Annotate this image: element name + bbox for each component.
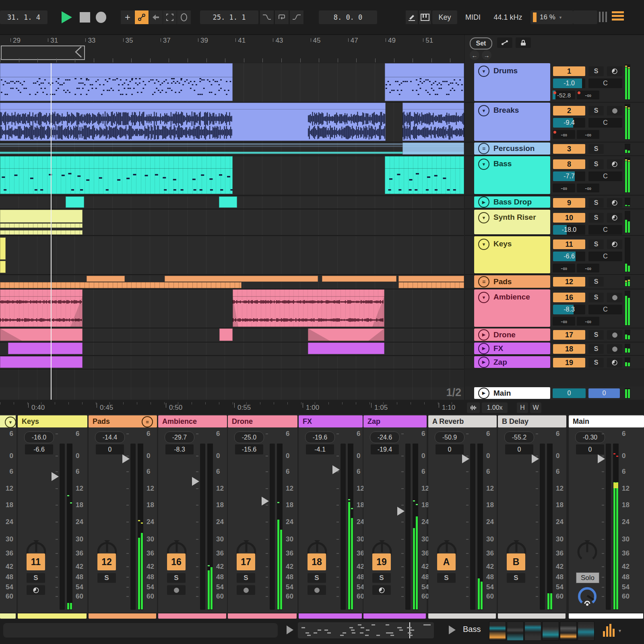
channel-solo-button[interactable]: S	[372, 573, 391, 583]
channel-number-box[interactable]: 18	[308, 553, 326, 570]
track-header-main[interactable]: ▶Main	[474, 387, 550, 399]
device-thumbnail[interactable]	[507, 621, 524, 641]
channel-header[interactable]: Zap	[363, 415, 427, 427]
solo-button[interactable]: S	[588, 213, 604, 223]
device-play-button[interactable]	[449, 625, 456, 634]
track-volume-box[interactable]: -9.4	[553, 118, 585, 128]
channel-header[interactable]: Drone	[228, 415, 297, 427]
volume-fader-track[interactable]	[341, 444, 346, 610]
re-enable-automation-button[interactable]	[149, 10, 163, 24]
arm-button[interactable]	[607, 213, 622, 223]
nav-back-button[interactable]: ←	[470, 50, 479, 60]
menu-button[interactable]	[612, 11, 624, 21]
track-header-keys[interactable]: ▼Keys	[474, 236, 550, 273]
solo-button[interactable]: S	[588, 106, 604, 116]
send-active-dot[interactable]	[578, 91, 580, 94]
clip[interactable]	[8, 343, 83, 354]
channel-number-box[interactable]: 12	[97, 553, 116, 570]
arrangement-loop-brace[interactable]	[1, 45, 85, 60]
group-icon[interactable]: ≡	[142, 416, 153, 427]
track-volume-box[interactable]: -8.3	[553, 305, 585, 314]
peak-level-display[interactable]: -24.6	[370, 431, 400, 443]
track-lane-ambience[interactable]	[0, 289, 464, 328]
track-number-box[interactable]: 19	[553, 358, 585, 367]
track-header-breaks[interactable]: ▼Breaks	[474, 103, 550, 141]
send-a-box[interactable]: -∞	[553, 130, 575, 139]
insert-marker-button[interactable]: +	[121, 10, 134, 24]
clip[interactable]	[0, 63, 233, 101]
link-button[interactable]	[497, 37, 512, 48]
track-fold-icon[interactable]: ▼	[478, 292, 489, 303]
peak-level-display[interactable]: -16.0	[24, 431, 54, 443]
arm-button[interactable]	[607, 358, 622, 367]
track-number-box[interactable]: 12	[553, 277, 585, 287]
spectrum-icon[interactable]	[603, 624, 615, 637]
nav-forward-button[interactable]: →	[482, 50, 491, 60]
main-pan-box[interactable]: 0	[588, 388, 620, 398]
track-fold-icon[interactable]: ▶	[478, 357, 489, 368]
play-button[interactable]	[62, 11, 72, 23]
loop-button[interactable]	[275, 10, 289, 24]
volume-fader-track[interactable]	[270, 444, 275, 610]
send-a-box[interactable]: -∞	[553, 317, 575, 326]
punch-in-button[interactable]	[260, 10, 274, 24]
solo-button[interactable]: S	[588, 330, 604, 340]
channel-arm-button[interactable]	[27, 585, 45, 595]
arm-button[interactable]	[607, 159, 622, 169]
track-number-box[interactable]: 9	[553, 198, 585, 208]
track-header-pads[interactable]: ≡Pads	[474, 275, 550, 288]
volume-fader-track[interactable]	[606, 444, 611, 610]
volume-fader-handle[interactable]	[332, 465, 340, 474]
track-pan-box[interactable]: C	[588, 171, 622, 181]
fader-value-display[interactable]: -19.4	[371, 444, 399, 454]
track-fold-icon[interactable]: ▼	[478, 212, 489, 223]
track-pan-box[interactable]: C	[588, 118, 622, 128]
fader-value-display[interactable]: 0	[576, 444, 604, 454]
solo-button[interactable]: S	[588, 344, 604, 354]
cpu-meter[interactable]: 16 % ▾	[530, 10, 573, 24]
track-lane-synth-riser[interactable]	[0, 210, 464, 235]
track-header-bass[interactable]: ▼Bass	[474, 156, 550, 194]
send-b-box[interactable]: -∞	[577, 130, 599, 139]
arm-button[interactable]	[607, 198, 622, 208]
channel-solo-button[interactable]: S	[27, 573, 45, 583]
track-fold-icon[interactable]: ▼	[478, 159, 489, 170]
track-header-fx[interactable]: ▶FX	[474, 343, 550, 354]
track-header-bass-drop[interactable]: ▶Bass Drop	[474, 196, 550, 208]
draw-mode-button[interactable]	[406, 10, 418, 24]
fader-value-display[interactable]: -4.1	[306, 444, 334, 454]
fader-value-display[interactable]: 0	[436, 444, 464, 454]
loop-start-display[interactable]: 25. 1. 1	[200, 10, 258, 24]
arm-button[interactable]	[607, 106, 622, 116]
track-fold-icon[interactable]: ▼	[478, 66, 489, 77]
spectrum-dropdown-arrow[interactable]: ▾	[619, 628, 621, 634]
track-lane-fx[interactable]	[0, 343, 464, 355]
track-fold-icon[interactable]: ▼	[478, 105, 489, 116]
clip[interactable]	[87, 276, 125, 282]
send-active-dot[interactable]	[553, 131, 556, 134]
clip[interactable]	[165, 276, 318, 282]
time-ruler[interactable]: 1.00x H W 0:400:450:500:551:001:051:10	[0, 400, 644, 415]
stop-button[interactable]	[80, 12, 90, 23]
solo-button[interactable]: S	[588, 144, 604, 154]
pencil-mode-circle-button[interactable]	[177, 10, 191, 24]
track-number-box[interactable]: 8	[553, 159, 585, 169]
track-header-drone[interactable]: ▶Drone	[474, 328, 550, 341]
track-fold-icon[interactable]: ▶	[478, 196, 489, 208]
channel-number-box[interactable]: 11	[27, 553, 45, 570]
track-header-drums[interactable]: ▼Drums	[474, 63, 550, 101]
peak-level-display[interactable]: -50.9	[435, 431, 464, 443]
solo-button[interactable]: S	[588, 159, 604, 169]
track-number-box[interactable]: 18	[553, 344, 585, 354]
send-b-box[interactable]: -∞	[577, 91, 599, 99]
clip[interactable]	[402, 142, 464, 155]
track-fold-icon[interactable]: ▼	[478, 239, 489, 250]
track-lane-zap[interactable]	[0, 356, 464, 369]
track-number-box[interactable]: 10	[553, 213, 585, 223]
track-pan-box[interactable]: C	[588, 225, 622, 235]
fader-value-display[interactable]: 0	[505, 444, 533, 454]
clip[interactable]	[385, 156, 464, 194]
track-lane-keys[interactable]	[0, 236, 464, 274]
solo-button[interactable]: S	[588, 239, 604, 249]
track-volume-box[interactable]: -6.6	[553, 252, 585, 261]
